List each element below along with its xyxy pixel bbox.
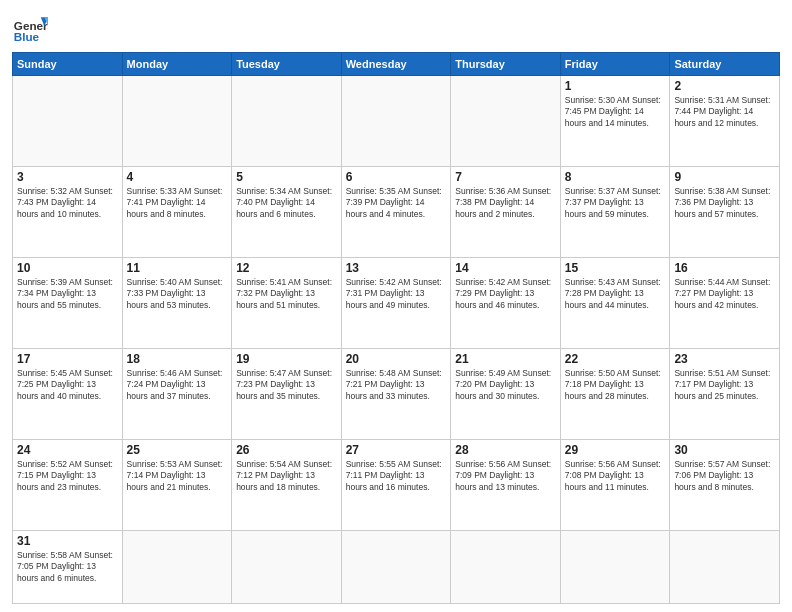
calendar-body: 1Sunrise: 5:30 AM Sunset: 7:45 PM Daylig… [13,76,780,604]
weekday-friday: Friday [560,53,670,76]
calendar-cell: 2Sunrise: 5:31 AM Sunset: 7:44 PM Daylig… [670,76,780,167]
calendar-cell: 1Sunrise: 5:30 AM Sunset: 7:45 PM Daylig… [560,76,670,167]
week-row-4: 17Sunrise: 5:45 AM Sunset: 7:25 PM Dayli… [13,348,780,439]
weekday-thursday: Thursday [451,53,561,76]
day-info: Sunrise: 5:50 AM Sunset: 7:18 PM Dayligh… [565,368,666,402]
calendar-cell: 8Sunrise: 5:37 AM Sunset: 7:37 PM Daylig… [560,166,670,257]
day-number: 28 [455,443,556,457]
day-info: Sunrise: 5:37 AM Sunset: 7:37 PM Dayligh… [565,186,666,220]
calendar-cell: 3Sunrise: 5:32 AM Sunset: 7:43 PM Daylig… [13,166,123,257]
week-row-6: 31Sunrise: 5:58 AM Sunset: 7:05 PM Dayli… [13,530,780,603]
day-info: Sunrise: 5:48 AM Sunset: 7:21 PM Dayligh… [346,368,447,402]
calendar: SundayMondayTuesdayWednesdayThursdayFrid… [12,52,780,604]
day-info: Sunrise: 5:56 AM Sunset: 7:09 PM Dayligh… [455,459,556,493]
calendar-cell [232,530,342,603]
day-info: Sunrise: 5:55 AM Sunset: 7:11 PM Dayligh… [346,459,447,493]
calendar-cell: 15Sunrise: 5:43 AM Sunset: 7:28 PM Dayli… [560,257,670,348]
calendar-cell: 17Sunrise: 5:45 AM Sunset: 7:25 PM Dayli… [13,348,123,439]
day-number: 9 [674,170,775,184]
day-number: 6 [346,170,447,184]
day-info: Sunrise: 5:34 AM Sunset: 7:40 PM Dayligh… [236,186,337,220]
week-row-5: 24Sunrise: 5:52 AM Sunset: 7:15 PM Dayli… [13,439,780,530]
calendar-cell: 16Sunrise: 5:44 AM Sunset: 7:27 PM Dayli… [670,257,780,348]
calendar-cell: 30Sunrise: 5:57 AM Sunset: 7:06 PM Dayli… [670,439,780,530]
svg-text:Blue: Blue [14,30,40,43]
week-row-1: 1Sunrise: 5:30 AM Sunset: 7:45 PM Daylig… [13,76,780,167]
day-number: 16 [674,261,775,275]
day-number: 10 [17,261,118,275]
day-number: 19 [236,352,337,366]
day-info: Sunrise: 5:40 AM Sunset: 7:33 PM Dayligh… [127,277,228,311]
calendar-cell: 19Sunrise: 5:47 AM Sunset: 7:23 PM Dayli… [232,348,342,439]
day-number: 26 [236,443,337,457]
day-info: Sunrise: 5:36 AM Sunset: 7:38 PM Dayligh… [455,186,556,220]
weekday-header-row: SundayMondayTuesdayWednesdayThursdayFrid… [13,53,780,76]
day-number: 12 [236,261,337,275]
calendar-cell [122,530,232,603]
calendar-cell: 24Sunrise: 5:52 AM Sunset: 7:15 PM Dayli… [13,439,123,530]
calendar-cell: 22Sunrise: 5:50 AM Sunset: 7:18 PM Dayli… [560,348,670,439]
day-info: Sunrise: 5:52 AM Sunset: 7:15 PM Dayligh… [17,459,118,493]
day-info: Sunrise: 5:30 AM Sunset: 7:45 PM Dayligh… [565,95,666,129]
calendar-cell [122,76,232,167]
day-number: 8 [565,170,666,184]
day-number: 11 [127,261,228,275]
day-info: Sunrise: 5:56 AM Sunset: 7:08 PM Dayligh… [565,459,666,493]
calendar-cell [341,76,451,167]
day-number: 2 [674,79,775,93]
day-number: 7 [455,170,556,184]
day-number: 20 [346,352,447,366]
calendar-cell: 20Sunrise: 5:48 AM Sunset: 7:21 PM Dayli… [341,348,451,439]
day-number: 24 [17,443,118,457]
day-info: Sunrise: 5:43 AM Sunset: 7:28 PM Dayligh… [565,277,666,311]
day-number: 30 [674,443,775,457]
calendar-cell: 11Sunrise: 5:40 AM Sunset: 7:33 PM Dayli… [122,257,232,348]
day-info: Sunrise: 5:44 AM Sunset: 7:27 PM Dayligh… [674,277,775,311]
day-number: 15 [565,261,666,275]
day-number: 18 [127,352,228,366]
calendar-cell: 18Sunrise: 5:46 AM Sunset: 7:24 PM Dayli… [122,348,232,439]
day-info: Sunrise: 5:41 AM Sunset: 7:32 PM Dayligh… [236,277,337,311]
logo-icon: General Blue [12,10,48,46]
calendar-cell [670,530,780,603]
day-info: Sunrise: 5:33 AM Sunset: 7:41 PM Dayligh… [127,186,228,220]
logo: General Blue [12,10,48,46]
day-number: 31 [17,534,118,548]
day-number: 23 [674,352,775,366]
day-info: Sunrise: 5:58 AM Sunset: 7:05 PM Dayligh… [17,550,118,584]
calendar-cell [341,530,451,603]
day-info: Sunrise: 5:32 AM Sunset: 7:43 PM Dayligh… [17,186,118,220]
day-number: 27 [346,443,447,457]
weekday-wednesday: Wednesday [341,53,451,76]
calendar-cell: 4Sunrise: 5:33 AM Sunset: 7:41 PM Daylig… [122,166,232,257]
calendar-cell [451,530,561,603]
day-info: Sunrise: 5:35 AM Sunset: 7:39 PM Dayligh… [346,186,447,220]
calendar-cell: 28Sunrise: 5:56 AM Sunset: 7:09 PM Dayli… [451,439,561,530]
week-row-2: 3Sunrise: 5:32 AM Sunset: 7:43 PM Daylig… [13,166,780,257]
calendar-cell: 9Sunrise: 5:38 AM Sunset: 7:36 PM Daylig… [670,166,780,257]
calendar-cell: 21Sunrise: 5:49 AM Sunset: 7:20 PM Dayli… [451,348,561,439]
calendar-cell: 27Sunrise: 5:55 AM Sunset: 7:11 PM Dayli… [341,439,451,530]
calendar-cell: 10Sunrise: 5:39 AM Sunset: 7:34 PM Dayli… [13,257,123,348]
weekday-monday: Monday [122,53,232,76]
day-number: 22 [565,352,666,366]
calendar-cell: 5Sunrise: 5:34 AM Sunset: 7:40 PM Daylig… [232,166,342,257]
page: General Blue SundayMondayTuesdayWednesda… [0,0,792,612]
weekday-tuesday: Tuesday [232,53,342,76]
calendar-cell [232,76,342,167]
day-number: 1 [565,79,666,93]
day-number: 21 [455,352,556,366]
calendar-cell: 26Sunrise: 5:54 AM Sunset: 7:12 PM Dayli… [232,439,342,530]
calendar-cell: 6Sunrise: 5:35 AM Sunset: 7:39 PM Daylig… [341,166,451,257]
day-number: 3 [17,170,118,184]
day-info: Sunrise: 5:49 AM Sunset: 7:20 PM Dayligh… [455,368,556,402]
weekday-sunday: Sunday [13,53,123,76]
day-number: 5 [236,170,337,184]
day-info: Sunrise: 5:47 AM Sunset: 7:23 PM Dayligh… [236,368,337,402]
day-info: Sunrise: 5:31 AM Sunset: 7:44 PM Dayligh… [674,95,775,129]
day-number: 13 [346,261,447,275]
calendar-cell [451,76,561,167]
calendar-cell: 29Sunrise: 5:56 AM Sunset: 7:08 PM Dayli… [560,439,670,530]
calendar-cell: 13Sunrise: 5:42 AM Sunset: 7:31 PM Dayli… [341,257,451,348]
calendar-cell: 23Sunrise: 5:51 AM Sunset: 7:17 PM Dayli… [670,348,780,439]
